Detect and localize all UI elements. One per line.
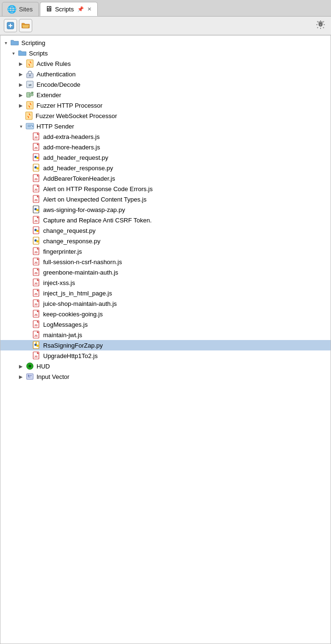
svg-line-11 [323,21,324,22]
chevron-scripts: ▾ [10,50,17,56]
extender-icon [25,91,35,99]
tree-item-fuzzer-ws[interactable]: Fuzzer WebSocket Processor [0,110,331,121]
add-more-headers-label: add-more-headers.js [43,144,100,151]
tree-item-full-session[interactable]: JS full-session-n-csrf-nashorn.js [0,257,331,267]
active-rules-label: Active Rules [37,60,71,67]
svg-point-49 [37,209,39,212]
tree-item-input-vector[interactable]: ▶ Input Vector [0,371,331,382]
tree-item-aws-signing[interactable]: aws-signing-for-owasp-zap.py [0,204,331,215]
gear-button[interactable] [314,19,327,32]
tree-item-active-rules[interactable]: ▶ Active Rules [0,58,331,69]
svg-text:JS: JS [34,188,37,191]
scripting-label: Scripting [21,39,46,46]
tree-item-add-more-headers[interactable]: JS add-more-headers.js [0,142,331,152]
py-file-icon-3 [32,205,41,214]
tree-item-log-messages[interactable]: JS LogMessages.js [0,319,331,330]
aws-signing-label: aws-signing-for-owasp-zap.py [43,206,125,213]
tree-item-add-bearer[interactable]: JS AddBearerTokenHeader.js [0,173,331,184]
tab-sites-label: Sites [19,6,33,13]
tree-item-encode-decode[interactable]: ▶ ⇄ Encode/Decode [0,79,331,90]
tab-close-icon[interactable]: ✕ [87,6,92,12]
gear-icon [316,20,325,29]
hud-label: HUD [37,363,50,370]
tree-item-capture-replace[interactable]: JS Capture and Replace Anti CSRF Token. [0,215,331,225]
js-file-icon-8: JS [32,258,41,266]
tree-item-alert-http[interactable]: JS Alert on HTTP Response Code Errors.js [0,184,331,194]
svg-text:JS: JS [34,324,37,327]
js-file-icon-1: JS [32,132,41,141]
change-request-label: change_request.py [43,227,96,234]
js-file-icon-11: JS [32,289,41,297]
svg-text:JS: JS [34,282,37,285]
js-file-icon-7: JS [32,247,41,256]
tree-item-rsa-signing[interactable]: RsaSigningForZap.py [0,340,331,350]
chevron-authentication: ▶ [18,71,24,77]
tree-item-juice-shop[interactable]: JS juice-shop-maintain-auth.js [0,298,331,309]
toolbar [0,17,331,35]
js-file-icon-4: JS [32,184,41,193]
js-file-icon-3: JS [32,174,41,183]
change-response-label: change_response.py [43,238,101,245]
capture-replace-label: Capture and Replace Anti CSRF Token. [43,217,152,224]
tree-item-hud[interactable]: ▶ HUD [0,361,331,371]
tree-item-scripting[interactable]: ▾ Scripting [0,37,331,48]
tree-item-inject-xss[interactable]: JS inject-xss.js [0,277,331,288]
py-star-file-icon [32,341,41,350]
authentication-label: Authentication [37,71,75,78]
tree-item-fingerprinter[interactable]: JS fingerprinter.js [0,246,331,257]
js-file-icon-15: JS [32,331,41,339]
juice-shop-label: juice-shop-maintain-auth.js [43,300,117,307]
tree-item-change-response[interactable]: change_response.py [0,236,331,246]
tree-item-add-header-request-py[interactable]: add_header_request.py [0,152,331,163]
scripts-label: Scripts [29,50,48,57]
fuzzer-http-icon [25,101,35,110]
tree-item-alert-unexpected[interactable]: JS Alert on Unexpected Content Types.js [0,194,331,204]
svg-text:JS: JS [34,303,37,306]
tree-item-fuzzer-http[interactable]: ▶ Fuzzer HTTP Processor [0,100,331,110]
tree-item-add-extra-headers[interactable]: JS add-extra-headers.js [0,131,331,142]
tree-item-keep-cookies[interactable]: JS keep-cookies-going.js [0,309,331,319]
svg-text:JS: JS [34,147,37,149]
chevron-extender: ▶ [18,92,24,98]
new-script-button[interactable] [4,19,17,32]
extender-label: Extender [37,92,61,99]
folder-scripting-icon [10,38,19,47]
svg-line-10 [323,27,324,28]
fuzzer-ws-label: Fuzzer WebSocket Processor [36,112,117,120]
tree-item-authentication[interactable]: ▶ Authentication [0,69,331,79]
py-file-icon-1 [32,153,41,162]
scripts-monitor-icon: 🖥 [45,5,53,13]
open-folder-button[interactable] [19,19,32,32]
py-file-icon-4 [32,226,41,235]
svg-text:JS: JS [34,136,37,139]
tab-pin-icon[interactable]: 📌 [77,6,84,12]
tab-sites[interactable]: 🌐 Sites [2,2,39,16]
tree-item-inject-js-html[interactable]: JS inject_js_in_html_page.js [0,288,331,298]
js-file-icon-14: JS [32,320,41,329]
full-session-label: full-session-n-csrf-nashorn.js [43,258,122,266]
http-sender-icon [25,122,35,130]
tree-item-upgrade-http[interactable]: JS UpgradeHttp1To2.js [0,350,331,361]
add-extra-headers-label: add-extra-headers.js [43,133,100,140]
fuzzer-http-label: Fuzzer HTTP Processor [37,102,102,109]
tree-item-add-header-response-py[interactable]: add_header_response.py [0,163,331,173]
hud-icon [25,362,35,370]
tree-item-scripts[interactable]: ▾ Scripts [0,48,331,58]
js-file-icon-10: JS [32,278,41,287]
chevron-hud: ▶ [18,363,24,369]
chevron-fuzzer-http: ▶ [18,102,24,109]
tree-item-greenbone[interactable]: JS greenbone-maintain-auth.js [0,267,331,277]
tree-item-extender[interactable]: ▶ Extender [0,90,331,100]
add-header-response-label: add_header_response.py [43,165,113,172]
js-file-icon-12: JS [32,299,41,308]
tree-item-change-request[interactable]: change_request.py [0,225,331,236]
tree-item-maintain-jwt[interactable]: JS maintain-jwt.js [0,330,331,340]
tab-scripts[interactable]: 🖥 Scripts 📌 ✕ [40,2,98,16]
fuzzer-ws-icon [24,111,34,120]
chevron-active-rules: ▶ [18,60,24,67]
tree-item-http-sender[interactable]: ▾ HTTP Sender [0,121,331,131]
fingerprinter-label: fingerprinter.js [43,248,82,255]
encode-decode-icon: ⇄ [25,80,35,89]
maintain-jwt-label: maintain-jwt.js [43,331,82,339]
chevron-scripting: ▾ [2,39,9,46]
